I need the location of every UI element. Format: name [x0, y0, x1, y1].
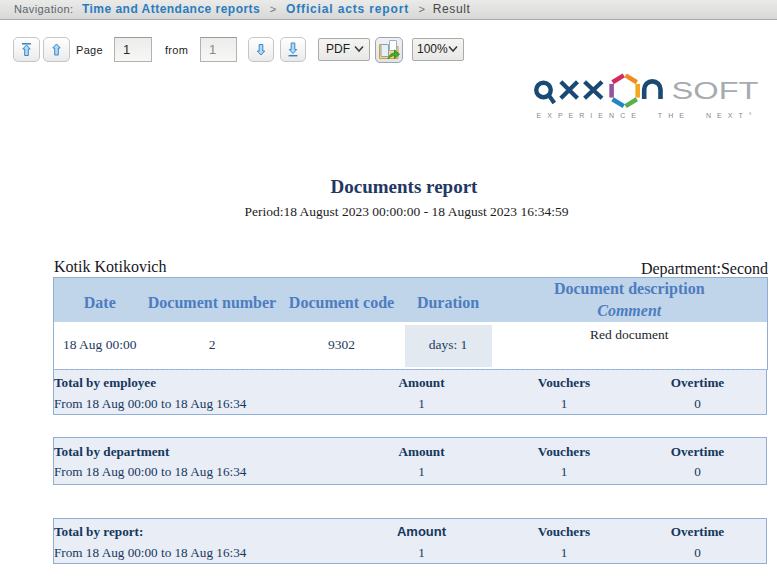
svg-text:SOFT: SOFT: [672, 77, 759, 104]
svg-text:EXPERIENCE THE NEXT°: EXPERIENCE THE NEXT°: [537, 112, 756, 119]
